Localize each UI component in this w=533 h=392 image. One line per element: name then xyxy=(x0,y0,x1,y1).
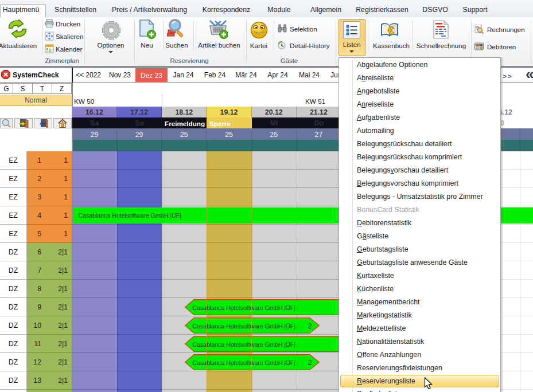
svg-text:€: € xyxy=(388,24,394,37)
svg-text:€€€: €€€ xyxy=(476,44,481,47)
